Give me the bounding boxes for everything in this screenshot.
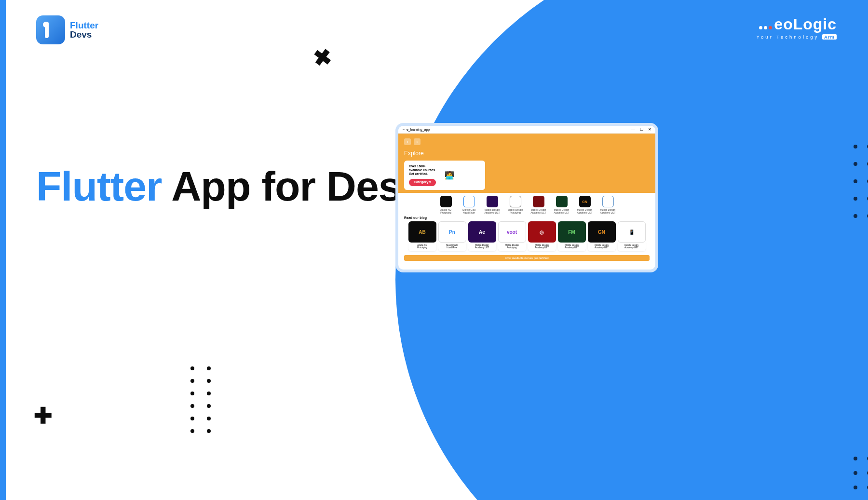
category-button[interactable]: Category ▾ — [409, 179, 436, 186]
category-label: Mobile DesignAcademy UET — [483, 209, 502, 214]
flutterdevs-logo-mark — [36, 15, 65, 44]
blog-card[interactable]: FMMobile DesignAcademy UET — [558, 221, 586, 251]
blog-card-label: Mobile DesignAcademy UET — [588, 243, 616, 251]
plus-decor-icon: ✚ — [34, 403, 53, 429]
blog-heading: Read our blog — [398, 216, 655, 219]
category-label: Adobe XDPrototying — [436, 209, 456, 214]
blog-card[interactable]: vootMobile DesignPrototying — [498, 221, 526, 251]
bottom-cta-bar[interactable]: Over available curses get certified — [404, 255, 650, 261]
window-minimize-icon[interactable]: — — [631, 128, 635, 132]
category-item[interactable]: Sketch GoldHood River — [460, 196, 479, 214]
blog-card-icon: 📱 — [618, 221, 646, 243]
flutterdevs-logo: Flutter Devs — [36, 15, 98, 44]
promo-illustration-icon: 🧑‍💻 — [443, 170, 456, 181]
blog-card-label: Mobile DesignAcademy UET — [528, 243, 556, 251]
category-label: Sketch GoldHood River — [460, 209, 479, 214]
dot-grid-bottom — [854, 457, 868, 489]
categories-row: Adobe XDPrototyingSketch GoldHood RiverM… — [398, 193, 655, 216]
blog-card[interactable]: ABAdobe XDPrototying — [408, 221, 436, 251]
promo-card: Over 1600+ available courses. Get certif… — [404, 161, 485, 190]
blog-card[interactable]: ◎Mobile DesignAcademy UET — [528, 221, 556, 251]
category-icon — [440, 196, 452, 207]
category-icon — [533, 196, 544, 207]
blog-card[interactable]: PnSketch GoldHood River — [438, 221, 466, 251]
aeologic-brand: eoLogic — [774, 15, 837, 33]
category-item[interactable]: Mobile DesignAcademy UET — [552, 196, 571, 214]
desktop-app-window: ← e_learning_app — ☐ ✕ ‹ › Explore Over … — [395, 123, 658, 272]
blog-card-label: Mobile DesignAcademy UET — [468, 243, 496, 251]
blog-card-label: Adobe XDPrototying — [408, 243, 436, 251]
category-item[interactable]: Mobile DesignAcademy UET — [529, 196, 548, 214]
aeologic-logo: eoLogic Your Technology Arm — [757, 15, 837, 40]
hero-banner: ‹ › Explore Over 1600+ available courses… — [398, 134, 655, 193]
category-icon: GN — [579, 196, 591, 207]
blog-card-icon: Ae — [468, 221, 496, 243]
category-icon — [487, 196, 498, 207]
window-maximize-icon[interactable]: ☐ — [640, 128, 643, 132]
explore-heading: Explore — [404, 150, 650, 157]
promo-text: Over 1600+ available courses. Get certif… — [409, 164, 436, 186]
category-item[interactable]: Adobe XDPrototying — [436, 196, 456, 214]
category-icon — [463, 196, 475, 207]
category-label: Mobile DesignAcademy UET — [575, 209, 595, 214]
side-accent-bar — [0, 0, 6, 500]
blog-card[interactable]: 📱Mobile DesignAcademy UET — [618, 221, 646, 251]
blog-card[interactable]: GNMobile DesignAcademy UET — [588, 221, 616, 251]
blog-card-label: Sketch GoldHood River — [438, 243, 466, 251]
window-titlebar: ← e_learning_app — ☐ ✕ — [398, 126, 655, 134]
category-label: Mobile DesignAcademy UET — [552, 209, 571, 214]
logo-line1: Flutter — [70, 21, 98, 30]
x-decor-icon: ✖ — [312, 43, 334, 72]
nav-prev-icon[interactable]: ‹ — [404, 138, 411, 145]
category-item[interactable]: Mobile DesignAcademy UET — [598, 196, 618, 214]
blog-card-icon: AB — [408, 221, 436, 243]
flutterdevs-logo-text: Flutter Devs — [70, 21, 98, 39]
aeologic-dots-icon — [759, 26, 772, 29]
window-close-icon[interactable]: ✕ — [648, 128, 651, 132]
category-icon — [556, 196, 568, 207]
logo-line2: Devs — [70, 30, 98, 39]
blog-card-icon: voot — [498, 221, 526, 243]
aeologic-wordmark: eoLogic — [757, 15, 837, 33]
blog-card-icon: FM — [558, 221, 586, 243]
blog-card-icon: Pn — [438, 221, 466, 243]
blog-card-label: Mobile DesignAcademy UET — [618, 243, 646, 251]
blog-card[interactable]: AeMobile DesignAcademy UET — [468, 221, 496, 251]
dot-grid-left — [190, 366, 211, 433]
blog-card-label: Mobile DesignPrototying — [498, 243, 526, 251]
category-item[interactable]: GNMobile DesignAcademy UET — [575, 196, 595, 214]
blog-card-icon: ◎ — [528, 221, 556, 243]
dot-grid-right — [854, 145, 868, 218]
category-label: Mobile DesignPrototying — [506, 209, 525, 214]
nav-arrows: ‹ › — [404, 138, 650, 145]
category-icon — [510, 196, 521, 207]
heading-highlight: Flutter — [36, 163, 162, 209]
category-item[interactable]: Mobile DesignAcademy UET — [483, 196, 502, 214]
blog-cards-row: ABAdobe XDPrototyingPnSketch GoldHood Ri… — [398, 219, 655, 254]
window-back-icon[interactable]: ← e_learning_app — [402, 128, 430, 131]
category-item[interactable]: Mobile DesignPrototying — [506, 196, 525, 214]
blog-card-label: Mobile DesignAcademy UET — [558, 243, 586, 251]
category-label: Mobile DesignAcademy UET — [529, 209, 548, 214]
aeologic-tagline: Your Technology Arm — [757, 34, 837, 40]
nav-next-icon[interactable]: › — [414, 138, 420, 145]
blog-card-icon: GN — [588, 221, 616, 243]
category-icon — [602, 196, 614, 207]
category-label: Mobile DesignAcademy UET — [598, 209, 618, 214]
